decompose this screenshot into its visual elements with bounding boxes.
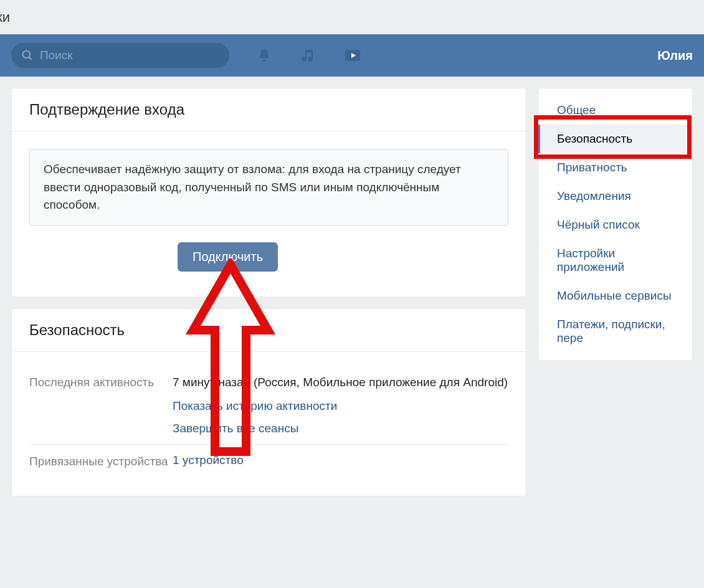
header-bar: Юлия	[0, 34, 704, 77]
row-label: Привязанные устройства	[29, 453, 173, 468]
header-icons	[257, 48, 361, 63]
show-history-link[interactable]: Показать историю активности	[173, 399, 508, 413]
top-strip-fragment: ки	[0, 9, 10, 26]
row-last-activity: Последняя активность 7 минут назад (Росс…	[29, 366, 508, 445]
sidebar-item-general[interactable]: Общее	[538, 96, 692, 125]
search-icon	[21, 49, 34, 62]
svg-point-0	[23, 51, 31, 59]
row-label: Последняя активность	[29, 374, 173, 436]
card-title: Подтверждение входа	[12, 88, 526, 131]
end-sessions-link[interactable]: Завершить все сеансы	[173, 422, 508, 435]
sidebar-item-payments[interactable]: Платежи, подписки, пере	[538, 310, 692, 353]
sidebar-item-mobile[interactable]: Мобильные сервисы	[538, 282, 692, 310]
card-login-confirmation: Подтверждение входа Обеспечивает надёжну…	[11, 88, 526, 297]
sidebar-item-blacklist[interactable]: Чёрный список	[538, 211, 692, 239]
music-icon[interactable]	[300, 48, 315, 63]
card-title: Безопасность	[12, 309, 526, 352]
video-icon[interactable]	[344, 48, 361, 63]
row-value: 7 минут назад (Россия, Мобильное приложе…	[173, 374, 508, 436]
last-activity-text: 7 минут назад (Россия, Мобильное приложе…	[173, 374, 508, 391]
settings-rows: Последняя активность 7 минут назад (Росс…	[12, 352, 526, 496]
devices-link[interactable]: 1 устройство	[173, 453, 508, 467]
sidebar: Общее Безопасность Приватность Уведомлен…	[538, 88, 693, 361]
sidebar-item-notifications[interactable]: Уведомления	[538, 182, 692, 211]
sidebar-item-security[interactable]: Безопасность	[538, 125, 692, 153]
svg-line-1	[29, 57, 32, 60]
connect-button[interactable]: Подключить	[178, 242, 278, 272]
search-input[interactable]	[40, 49, 219, 62]
main-column: Подтверждение входа Обеспечивает надёжну…	[11, 88, 526, 496]
search-box[interactable]	[11, 43, 229, 68]
info-box: Обеспечивает надёжную защиту от взлома: …	[29, 149, 508, 226]
card-body: Обеспечивает надёжную защиту от взлома: …	[12, 131, 526, 296]
card-security: Безопасность Последняя активность 7 мину…	[11, 308, 526, 497]
row-devices: Привязанные устройства 1 устройство	[29, 445, 508, 477]
sidebar-card: Общее Безопасность Приватность Уведомлен…	[538, 88, 693, 361]
sidebar-item-app-settings[interactable]: Настройки приложений	[538, 239, 692, 282]
sidebar-item-privacy[interactable]: Приватность	[538, 153, 692, 182]
header-username[interactable]: Юлия	[657, 49, 693, 63]
row-value: 1 устройство	[173, 453, 508, 468]
bell-icon[interactable]	[257, 48, 272, 63]
top-strip: ки	[0, 0, 704, 34]
button-wrap: Подключить	[29, 226, 508, 279]
content-wrap: Подтверждение входа Обеспечивает надёжну…	[0, 77, 704, 508]
